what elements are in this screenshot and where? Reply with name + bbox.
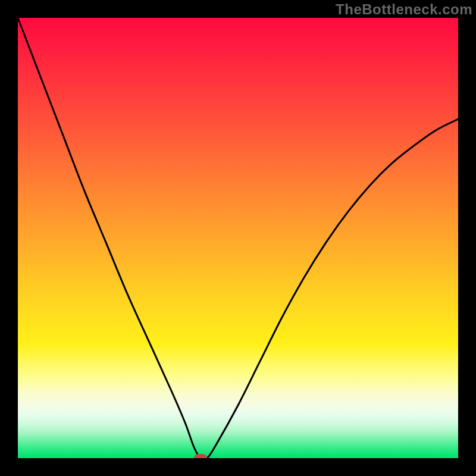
plot-area xyxy=(18,18,458,458)
chart-container: TheBottleneck.com xyxy=(0,0,476,476)
optimum-marker xyxy=(194,454,207,458)
curve-svg xyxy=(18,18,458,458)
watermark-text: TheBottleneck.com xyxy=(336,1,472,18)
bottleneck-curve xyxy=(18,18,458,458)
